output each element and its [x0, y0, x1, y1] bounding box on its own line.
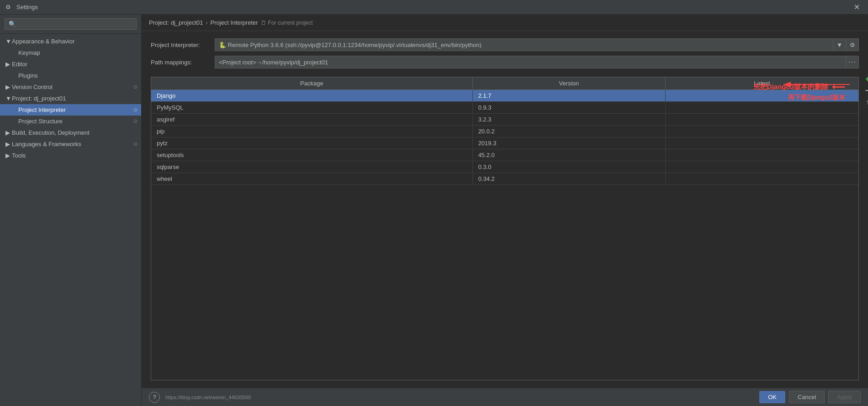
cell-package-5: setuptools	[151, 149, 473, 161]
sidebar-item-plugins[interactable]: Plugins	[0, 70, 141, 81]
sidebar-item-build[interactable]: ▶ Build, Execution, Deployment	[0, 127, 141, 138]
table-header: Package Version Latest	[151, 77, 858, 90]
interpreter-input[interactable]	[215, 38, 833, 51]
sidebar: ▼ Appearance & Behavior Keymap ▶ Editor …	[0, 15, 142, 406]
interpreter-label: Project Interpreter:	[151, 42, 215, 48]
sidebar-label-plugins: Plugins	[18, 72, 138, 79]
interpreter-control: ▼ ⚙	[215, 38, 859, 51]
table-row[interactable]: pytz 2019.3	[151, 137, 858, 149]
annotation-line1: 先把Django3版本的删除	[753, 83, 828, 91]
cell-version-3: 20.0.2	[473, 126, 666, 137]
titlebar: ⚙ Settings ✕	[0, 0, 868, 15]
sync-icon-vc: ⊙	[133, 84, 138, 90]
annotation-line2: 再下载Django2版本	[788, 94, 845, 102]
sidebar-item-tools[interactable]: ▶ Tools	[0, 150, 141, 161]
sidebar-label-project-interpreter: Project Interpreter	[18, 106, 133, 113]
cell-latest-4	[666, 137, 858, 149]
table-row[interactable]: setuptools 45.2.0	[151, 149, 858, 161]
bottom-left: ? https://blog.csdn.net/weixin_44630560	[149, 392, 251, 403]
tag-label: For current project	[268, 20, 313, 26]
titlebar-left: ⚙ Settings	[5, 4, 38, 11]
dots-icon: ···	[848, 58, 856, 66]
path-row: Path mappings: ···	[151, 56, 859, 69]
bottom-bar: ? https://blog.csdn.net/weixin_44630560 …	[142, 388, 868, 406]
bottom-right: OK Cancel Apply	[759, 391, 861, 403]
sidebar-label-build: Build, Execution, Deployment	[12, 129, 138, 136]
cell-package-6: sqlparse	[151, 161, 473, 173]
arrow-vc: ▶	[5, 84, 12, 90]
sidebar-item-languages[interactable]: ▶ Languages & Frameworks ⊙	[0, 138, 141, 150]
search-input[interactable]	[5, 18, 137, 30]
window-title: Settings	[16, 4, 38, 11]
arrow-lang: ▶	[5, 141, 12, 148]
sidebar-item-editor[interactable]: ▶ Editor	[0, 58, 141, 70]
table-section: Package Version Latest Django 2.1.7	[151, 73, 859, 380]
breadcrumb-project[interactable]: Project: dj_project01	[149, 19, 203, 26]
table-row[interactable]: wheel 0.34.2	[151, 173, 858, 185]
annotation-text: 先把Django3版本的删除 ⟵	[753, 81, 845, 92]
cell-latest-5	[666, 149, 858, 161]
table-actions: + − ↑	[863, 74, 868, 107]
interpreter-dropdown-button[interactable]: ▼	[833, 38, 846, 51]
path-control: ···	[215, 56, 859, 69]
sidebar-item-version-control[interactable]: ▶ Version Control ⊙	[0, 81, 141, 93]
sidebar-label-project: Project: dj_project01	[12, 95, 138, 102]
cell-package-4: pytz	[151, 137, 473, 149]
cell-version-1: 0.9.3	[473, 102, 666, 113]
table-row[interactable]: PyMySQL 0.9.3	[151, 102, 858, 114]
path-dots-button[interactable]: ···	[846, 56, 859, 69]
cell-version-7: 0.34.2	[473, 173, 666, 185]
arrow-project: ▼	[5, 95, 12, 102]
dropdown-icon: ▼	[836, 42, 842, 48]
sidebar-item-appearance[interactable]: ▼ Appearance & Behavior	[0, 36, 141, 47]
sidebar-item-keymap[interactable]: Keymap	[0, 47, 141, 58]
path-input[interactable]	[215, 56, 846, 69]
path-label: Path mappings:	[151, 59, 215, 66]
cell-version-6: 0.3.0	[473, 161, 666, 173]
sidebar-label-editor: Editor	[12, 61, 138, 68]
close-button[interactable]: ✕	[851, 2, 863, 12]
copy-icon-ps: ⊙	[133, 118, 138, 124]
cell-package-0: Django	[151, 90, 473, 101]
cell-package-7: wheel	[151, 173, 473, 185]
sidebar-tree: ▼ Appearance & Behavior Keymap ▶ Editor …	[0, 34, 141, 406]
search-box	[0, 15, 141, 34]
arrow-tools: ▶	[5, 152, 12, 159]
breadcrumb-tag: 🗒 For current project	[261, 20, 313, 26]
arrow-appearance: ▼	[5, 38, 12, 45]
copy-icon-lang: ⊙	[133, 141, 138, 147]
interpreter-gear-button[interactable]: ⚙	[846, 38, 859, 51]
cell-version-4: 2019.3	[473, 137, 666, 149]
settings-panel: Project Interpreter: ▼ ⚙ Path mappings:	[142, 31, 868, 388]
cell-latest-3	[666, 126, 858, 137]
csdn-link: https://blog.csdn.net/weixin_44630560	[165, 395, 251, 400]
tag-icon: 🗒	[261, 20, 266, 26]
breadcrumb: Project: dj_project01 › Project Interpre…	[142, 15, 868, 31]
cell-latest-7	[666, 173, 858, 185]
breadcrumb-page[interactable]: Project Interpreter	[211, 19, 258, 26]
table-row[interactable]: Django 2.1.7	[151, 90, 858, 102]
table-row[interactable]: sqlparse 0.3.0	[151, 161, 858, 173]
sidebar-item-project[interactable]: ▼ Project: dj_project01	[0, 93, 141, 104]
help-button[interactable]: ?	[149, 392, 160, 403]
settings-icon: ⚙	[5, 4, 13, 11]
gear-icon: ⚙	[850, 42, 855, 48]
sidebar-item-project-interpreter[interactable]: Project Interpreter ⊙	[0, 104, 141, 116]
cancel-button[interactable]: Cancel	[789, 391, 825, 403]
remove-package-button[interactable]: −	[863, 85, 868, 95]
ok-button[interactable]: OK	[759, 391, 785, 403]
cell-latest-6	[666, 161, 858, 173]
cell-package-2: asgiref	[151, 114, 473, 125]
add-package-button[interactable]: +	[863, 74, 868, 84]
sidebar-item-project-structure[interactable]: Project Structure ⊙	[0, 116, 141, 127]
col-version: Version	[473, 77, 666, 90]
update-package-button[interactable]: ↑	[863, 97, 868, 107]
sidebar-label-appearance: Appearance & Behavior	[12, 38, 138, 45]
apply-button[interactable]: Apply	[828, 391, 861, 403]
copy-icon-pi: ⊙	[133, 107, 138, 113]
sidebar-label-project-structure: Project Structure	[18, 118, 133, 125]
table-row[interactable]: pip 20.0.2	[151, 126, 858, 137]
table-row[interactable]: asgiref 3.2.3	[151, 114, 858, 126]
cell-latest-2	[666, 114, 858, 125]
table-body: Django 2.1.7 PyMySQL 0.9.3 asgiref	[151, 90, 858, 380]
